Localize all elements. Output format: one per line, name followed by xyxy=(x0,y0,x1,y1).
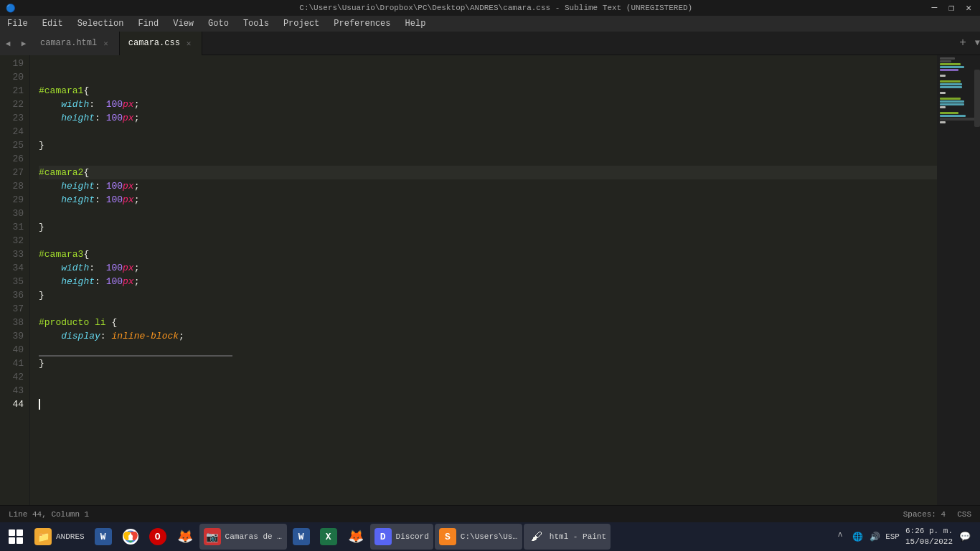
code-line-24 xyxy=(39,125,937,138)
code-line-40 xyxy=(39,343,937,357)
opera-icon: O xyxy=(149,528,166,545)
taskbar-chrome[interactable] xyxy=(118,524,143,550)
status-right: Spaces: 4 CSS xyxy=(903,510,971,519)
minimap-scrollbar xyxy=(974,55,980,505)
discord-icon: D xyxy=(374,528,392,545)
svg-point-2 xyxy=(128,534,133,539)
systray-icons: ^ 🌐 🔊 ESP xyxy=(834,530,900,543)
code-line-39: display: inline-block; xyxy=(39,329,937,343)
code-line-22: width: 100px; xyxy=(39,98,937,111)
tab-camara-html[interactable]: camara.html ✕ xyxy=(32,32,120,55)
taskbar-discord[interactable]: D Discord xyxy=(370,524,433,550)
menu-goto[interactable]: Goto xyxy=(201,17,236,30)
taskbar-systray: ^ 🌐 🔊 ESP 6:26 p. m. 15/08/2022 💬 xyxy=(834,526,977,548)
maximize-button[interactable]: ❐ xyxy=(946,2,957,14)
line-num-27: 27 xyxy=(0,166,24,179)
network-icon[interactable]: 🌐 xyxy=(851,530,864,543)
tab-label: camara.css xyxy=(128,38,180,48)
menu-find[interactable]: Find xyxy=(131,17,166,30)
code-line-36: } xyxy=(39,288,937,302)
line-num-30: 30 xyxy=(0,207,24,220)
taskbar-word[interactable]: W xyxy=(90,524,116,550)
indent-setting[interactable]: Spaces: 4 xyxy=(903,510,946,519)
file-explorer-icon: 📁 xyxy=(34,528,52,545)
line-num-44: 44 xyxy=(0,397,24,411)
taskbar-file-explorer[interactable]: 📁 ANDRES xyxy=(30,524,89,550)
code-line-34: width: 100px; xyxy=(39,261,937,275)
taskbar-opera[interactable]: O xyxy=(145,524,171,550)
close-button[interactable]: ✕ xyxy=(963,2,974,14)
title-bar: 🔵 C:\Users\Usuario\Dropbox\PC\Desktop\AN… xyxy=(0,0,980,16)
taskbar-firefox2[interactable]: 🦊 xyxy=(343,524,369,550)
tab-nav-right[interactable]: ▶ xyxy=(16,32,32,55)
taskbar-firefox[interactable]: 🦊 xyxy=(172,524,198,550)
start-button[interactable] xyxy=(3,524,29,550)
firefox2-icon: 🦊 xyxy=(347,528,364,545)
show-hidden-icon[interactable]: ^ xyxy=(834,530,847,543)
code-line-20 xyxy=(39,70,937,84)
code-line-28: height: 100px; xyxy=(39,179,937,193)
taskbar-excel[interactable]: X xyxy=(316,524,341,550)
menu-project[interactable]: Project xyxy=(276,17,326,30)
tab-add-button[interactable]: + xyxy=(953,37,972,50)
line-num-20: 20 xyxy=(0,70,24,84)
excel-icon: X xyxy=(320,528,337,545)
code-line-30 xyxy=(39,207,937,220)
menu-view[interactable]: View xyxy=(166,17,201,30)
tab-bar: ◀ ▶ camara.html ✕ camara.css ✕ + ▼ xyxy=(0,32,980,55)
taskbar-word2[interactable]: W xyxy=(288,524,314,550)
language-mode[interactable]: CSS xyxy=(957,510,971,519)
code-line-37 xyxy=(39,302,937,316)
sublime-icon: S xyxy=(439,528,456,545)
line-num-29: 29 xyxy=(0,193,24,207)
tab-label: camara.html xyxy=(40,38,97,48)
tab-close-html[interactable]: ✕ xyxy=(101,38,110,49)
code-area[interactable]: #camara1{ width: 100px; height: 100px; }… xyxy=(30,55,937,505)
notification-icon[interactable]: 💬 xyxy=(958,530,971,543)
menu-file[interactable]: File xyxy=(0,17,35,30)
tab-camara-css[interactable]: camara.css ✕ xyxy=(120,32,203,55)
code-line-35: height: 100px; xyxy=(39,275,937,288)
taskbar-discord-label: Discord xyxy=(396,532,429,541)
tab-close-css[interactable]: ✕ xyxy=(184,38,194,49)
code-line-27: #camara2{ xyxy=(39,166,937,179)
minimap-thumb[interactable] xyxy=(974,70,980,127)
taskbar-sublime[interactable]: S C:\Users\Usuario\... xyxy=(435,524,522,550)
menu-selection[interactable]: Selection xyxy=(70,17,131,30)
line-num-22: 22 xyxy=(0,98,24,111)
minimap-content xyxy=(937,55,980,134)
code-line-26 xyxy=(39,152,937,166)
clock-date: 15/08/2022 xyxy=(905,537,953,547)
line-num-42: 42 xyxy=(0,370,24,384)
taskbar-camaras[interactable]: 📷 Camaras de fotog... xyxy=(199,524,287,550)
sound-icon[interactable]: 🔊 xyxy=(868,530,881,543)
line-num-24: 24 xyxy=(0,125,24,138)
menu-preferences[interactable]: Preferences xyxy=(326,17,397,30)
line-num-19: 19 xyxy=(0,57,24,70)
taskbar-explorer-label: ANDRES xyxy=(56,532,85,541)
code-line-41: } xyxy=(39,357,937,370)
minimize-button[interactable]: — xyxy=(929,2,941,14)
taskbar-paint-label: html - Paint xyxy=(550,532,606,541)
paint-icon: 🖌 xyxy=(528,528,545,545)
line-num-33: 33 xyxy=(0,248,24,261)
taskbar-paint[interactable]: 🖌 html - Paint xyxy=(524,524,611,550)
window-controls[interactable]: — ❐ ✕ xyxy=(929,2,974,14)
tab-nav-left[interactable]: ◀ xyxy=(0,32,16,55)
windows-logo xyxy=(9,529,23,544)
tab-list-button[interactable]: ▼ xyxy=(975,38,980,48)
code-line-44 xyxy=(39,397,937,411)
chrome-icon xyxy=(122,528,139,545)
menu-tools[interactable]: Tools xyxy=(236,17,276,30)
code-line-38: #producto li { xyxy=(39,316,937,329)
language-indicator[interactable]: ESP xyxy=(885,532,900,541)
firefox-icon: 🦊 xyxy=(176,528,194,545)
menu-bar: File Edit Selection Find View Goto Tools… xyxy=(0,16,980,32)
line-num-23: 23 xyxy=(0,111,24,125)
menu-help[interactable]: Help xyxy=(398,17,433,30)
taskbar-sublime-label: C:\Users\Usuario\... xyxy=(461,532,518,541)
camaras-icon: 📷 xyxy=(204,528,221,545)
menu-edit[interactable]: Edit xyxy=(35,17,70,30)
taskbar-clock[interactable]: 6:26 p. m. 15/08/2022 xyxy=(905,526,953,548)
window-title: C:\Users\Usuario\Dropbox\PC\Desktop\ANDR… xyxy=(63,4,929,12)
